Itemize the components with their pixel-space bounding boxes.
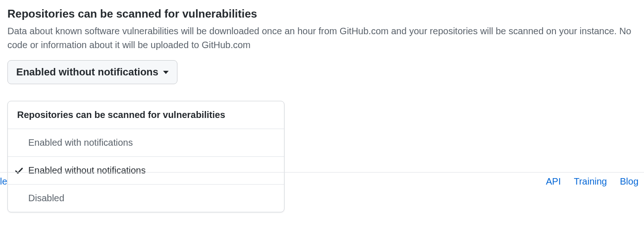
dropdown-menu: Repositories can be scanned for vulnerab… <box>7 101 284 212</box>
caret-down-icon <box>163 71 169 74</box>
dropdown-option-label: Enabled with notifications <box>28 137 133 148</box>
dropdown-selected-label: Enabled without notifications <box>16 66 158 78</box>
section-description: Data about known software vulnerabilitie… <box>7 24 637 52</box>
dropdown-menu-header: Repositories can be scanned for vulnerab… <box>8 101 284 129</box>
section-title: Repositories can be scanned for vulnerab… <box>7 7 637 20</box>
footer-link-blog[interactable]: Blog <box>620 176 638 187</box>
vulnerability-scan-dropdown-button[interactable]: Enabled without notifications <box>7 60 177 84</box>
footer-partial-link[interactable]: le <box>0 176 7 187</box>
footer-link-api[interactable]: API <box>546 176 561 187</box>
footer-links: API Training Blog <box>546 176 638 187</box>
dropdown-option-enabled-with-notifications[interactable]: Enabled with notifications <box>8 129 284 157</box>
footer: le API Training Blog <box>0 172 644 191</box>
dropdown-option-label: Disabled <box>28 193 64 204</box>
footer-link-training[interactable]: Training <box>574 176 607 187</box>
